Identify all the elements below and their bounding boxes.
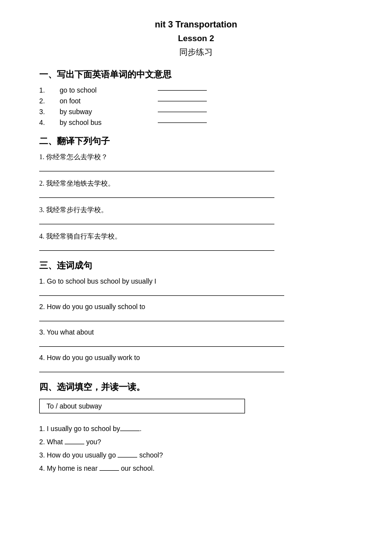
vocab-text: by school bus: [60, 119, 138, 126]
vocab-num: 2.: [39, 97, 45, 105]
word-box: To / about subway: [39, 399, 245, 413]
vocab-num: 3.: [39, 108, 45, 116]
answer-line: [39, 363, 284, 372]
answer-line: [39, 216, 274, 224]
answer-blank: [99, 463, 119, 471]
list-item: 3. You what about: [39, 328, 353, 336]
answer-line: [39, 313, 284, 321]
list-item: 2. 我经常坐地铁去学校。: [39, 179, 353, 188]
answer-blank: [158, 112, 207, 112]
section1-heading: 一、写出下面英语单词的中文意思: [39, 69, 353, 80]
answer-blank: [158, 101, 207, 101]
answer-line: [39, 163, 274, 171]
answer-line: [39, 242, 274, 251]
answer-line: [39, 338, 284, 347]
list-item: 4. by school bus: [39, 119, 353, 126]
list-item: 2. How do you go usually school to: [39, 303, 353, 311]
answer-blank: [65, 436, 84, 444]
section2-heading: 二、翻译下列句子: [39, 135, 353, 147]
section4-block: 四、选词填空，并读一读。 To / about subway 1. I usua…: [39, 381, 353, 472]
answer-blank: [158, 122, 207, 123]
vocab-num: 4.: [39, 119, 45, 126]
vocab-num: 1.: [39, 86, 45, 94]
answer-blank: [120, 423, 140, 431]
section3-block: 三、连词成句 1. Go to school bus school by usu…: [39, 260, 353, 372]
list-item: 4. How do you go usually work to: [39, 354, 353, 361]
answer-line: [39, 189, 274, 198]
answer-line: [39, 287, 284, 296]
section1-block: 一、写出下面英语单词的中文意思 1. go to school 2. on fo…: [39, 69, 353, 126]
section3-heading: 三、连词成句: [39, 260, 353, 271]
list-item: 2. What you?: [39, 436, 353, 446]
answer-blank: [158, 90, 207, 91]
list-item: 2. on foot: [39, 97, 353, 105]
answer-blank: [118, 450, 137, 458]
list-item: 3. How do you usually go school?: [39, 450, 353, 459]
subtitle: 同步练习: [39, 47, 353, 58]
list-item: 1. Go to school bus school by usually I: [39, 277, 353, 285]
section4-heading: 四、选词填空，并读一读。: [39, 381, 353, 393]
list-item: 3. 我经常步行去学校。: [39, 206, 353, 215]
list-item: 1. go to school: [39, 86, 353, 94]
section2-block: 二、翻译下列句子 1. 你经常怎么去学校？ 2. 我经常坐地铁去学校。 3. 我…: [39, 135, 353, 251]
lesson-title: Lesson 2: [39, 34, 353, 44]
page-title: nit 3 Transportation: [39, 20, 353, 30]
list-item: 1. 你经常怎么去学校？: [39, 153, 353, 162]
vocab-text: by subway: [60, 108, 138, 116]
list-item: 4. 我经常骑自行车去学校。: [39, 232, 353, 241]
list-item: 3. by subway: [39, 108, 353, 116]
list-item: 1. I usually go to school by.: [39, 423, 353, 433]
vocab-text: on foot: [60, 97, 138, 105]
list-item: 4. My home is near our school.: [39, 463, 353, 472]
vocab-text: go to school: [60, 86, 138, 94]
